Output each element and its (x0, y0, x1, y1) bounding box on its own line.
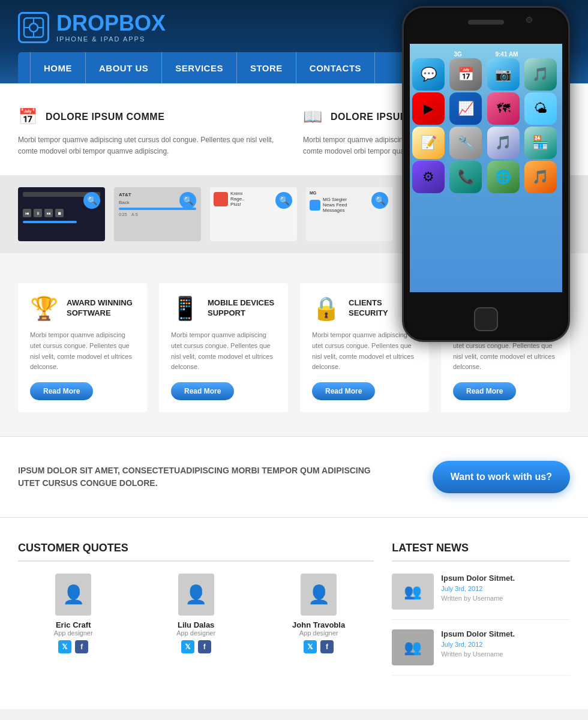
list-text-2: MG SieglerNews FeedMessages (323, 197, 347, 213)
phone-status: 3G 9:41 AM (410, 51, 562, 58)
cta-section: IPSUM DOLOR SIT AMET, CONSECTETUADIPISCI… (0, 436, 588, 518)
facebook-icon-1[interactable]: f (198, 640, 211, 653)
thumb-1[interactable]: 🔍 ⏮ ⏸ ⏭ ⏹ (18, 187, 105, 241)
service-desc-0: Morbi tempor quamve adipiscing utet curs… (30, 330, 135, 372)
read-more-btn-2[interactable]: Read More (312, 382, 375, 400)
news-headline-0[interactable]: Ipsum Dolor Sitmet. (441, 574, 515, 583)
quote-avatar-2: 👤 (301, 574, 337, 616)
logo-icon (18, 12, 49, 43)
news-date-1: July 3rd, 2012 (441, 641, 515, 648)
read-more-btn-0[interactable]: Read More (30, 382, 93, 400)
logo-part1: DROP (56, 11, 119, 35)
list-img-2 (310, 200, 320, 211)
quote-social-2: 𝕏 f (263, 640, 374, 653)
service-card-0: 🏆 AWARD WINNING SOFTWARE Morbi tempor qu… (18, 283, 147, 412)
logo-part2: BOX (119, 11, 166, 35)
phone-camera (526, 17, 532, 23)
service-icon-0: 🏆 (30, 295, 58, 322)
quote-avatar-1: 👤 (178, 574, 214, 616)
phone-area: 3G 9:41 AM 💬 📅 📷 🎵 ▶ 📈 🗺 🌤 📝 (378, 0, 588, 360)
cta-text: IPSUM DOLOR SIT AMET, CONSECTETUADIPISCI… (18, 464, 378, 490)
service-title-0: AWARD WINNING SOFTWARE (67, 298, 135, 319)
news-item-1: 👥 Ipsum Dolor Sitmet. July 3rd, 2012 Wri… (392, 629, 570, 676)
thumb-controls: ⏮ ⏸ ⏭ ⏹ (23, 209, 100, 217)
news-thumb-1: 👥 (392, 629, 434, 665)
quote-name-1: Lilu Dalas (140, 620, 251, 629)
service-card-1: 📱 MOBILE DEVICES SUPPORT Morbi tempor qu… (159, 283, 288, 412)
quote-role-2: App designer (263, 629, 374, 637)
news-headline-1[interactable]: Ipsum Dolor Sitmet. (441, 629, 515, 638)
svg-point-1 (29, 23, 38, 32)
nav-store[interactable]: STORE (237, 52, 296, 83)
nav-contacts[interactable]: CONTACTS (296, 52, 375, 83)
news-col: LATEST NEWS 👥 Ipsum Dolor Sitmet. July 3… (392, 542, 570, 685)
phone-speaker (468, 20, 504, 25)
twitter-icon-0[interactable]: 𝕏 (58, 640, 71, 653)
play-btn[interactable]: ⏸ (34, 209, 42, 217)
service-desc-1: Morbi tempor quamve adipiscing utet curs… (171, 330, 276, 372)
facebook-icon-2[interactable]: f (320, 640, 334, 653)
quote-name-0: Eric Craft (18, 620, 128, 629)
phone-home-button[interactable] (474, 307, 498, 331)
news-content-0: Ipsum Dolor Sitmet. July 3rd, 2012 Writt… (441, 574, 515, 610)
quote-social-1: 𝕏 f (140, 640, 251, 653)
phone-screen: 3G 9:41 AM 💬 📅 📷 🎵 ▶ 📈 🗺 🌤 📝 (410, 44, 562, 292)
cta-button[interactable]: Want to work with us? (433, 461, 570, 493)
nav-about[interactable]: ABOUT US (86, 52, 162, 83)
news-title: LATEST NEWS (392, 542, 570, 562)
news-date-0: July 3rd, 2012 (441, 585, 515, 592)
facebook-icon-0[interactable]: f (75, 640, 88, 653)
read-more-btn-3[interactable]: Read More (453, 382, 516, 400)
feature-col-1: 📅 DOLORE IPSUM COMME Morbi tempor quamve… (18, 107, 303, 157)
service-title-1: MOBILE DEVICES SUPPORT (208, 298, 276, 319)
stop-btn[interactable]: ⏹ (55, 209, 64, 217)
nav-services[interactable]: SERVICES (162, 52, 237, 83)
logo-text: DROPBOX IPHONE & IPAD APPS (56, 13, 166, 43)
service-icon-row-1: 📱 MOBILE DEVICES SUPPORT (171, 295, 276, 322)
list-text-1: KnimiRage..Plus! (230, 191, 245, 207)
news-item-0: 👥 Ipsum Dolor Sitmet. July 3rd, 2012 Wri… (392, 574, 570, 620)
feature-title-1: 📅 DOLORE IPSUM COMME (18, 107, 285, 126)
quote-item-1: 👤 Lilu Dalas App designer 𝕏 f (140, 574, 251, 653)
thumb-2[interactable]: 🔍 AT&T Back 0:25 A S (114, 187, 201, 241)
thumb-3[interactable]: 🔍 KnimiRage..Plus! (210, 187, 297, 241)
twitter-icon-2[interactable]: 𝕏 (304, 640, 317, 653)
logo-name: DROPBOX (56, 13, 166, 34)
service-icon-1: 📱 (171, 295, 199, 322)
phone-carrier: 3G (454, 51, 462, 58)
quote-item-2: 👤 John Travobla App designer 𝕏 f (263, 574, 374, 653)
twitter-icon-1[interactable]: 𝕏 (181, 640, 194, 653)
service-icon-2: 🔒 (312, 295, 340, 322)
feature-desc-1: Morbi tempor quamve adipiscing utet curs… (18, 134, 285, 157)
phone-mockup: 3G 9:41 AM 💬 📅 📷 🎵 ▶ 📈 🗺 🌤 📝 (402, 6, 570, 342)
quote-name-2: John Travobla (263, 620, 374, 629)
feature-icon-2: 📖 (303, 107, 322, 126)
quotes-grid: 👤 Eric Craft App designer 𝕏 f 👤 Lilu Dal… (18, 574, 374, 653)
news-content-1: Ipsum Dolor Sitmet. July 3rd, 2012 Writt… (441, 629, 515, 665)
prev-btn[interactable]: ⏮ (23, 209, 31, 217)
read-more-btn-1[interactable]: Read More (171, 382, 234, 400)
quote-social-0: 𝕏 f (18, 640, 128, 653)
news-thumb-0: 👥 (392, 574, 434, 610)
phone-time: 9:41 AM (495, 51, 518, 58)
service-icon-row-0: 🏆 AWARD WINNING SOFTWARE (30, 295, 135, 322)
feature-heading-1: DOLORE IPSUM COMME (46, 112, 164, 122)
bottom-section: CUSTOMER QUOTES 👤 Eric Craft App designe… (0, 518, 588, 709)
quote-avatar-0: 👤 (55, 574, 91, 616)
next-btn[interactable]: ⏭ (44, 209, 53, 217)
quote-role-1: App designer (140, 629, 251, 637)
quotes-col: CUSTOMER QUOTES 👤 Eric Craft App designe… (18, 542, 374, 685)
header: DROPBOX IPHONE & IPAD APPS 3G 9:41 AM 💬 … (0, 0, 588, 83)
logo-subtitle: IPHONE & IPAD APPS (56, 35, 166, 43)
quotes-title: CUSTOMER QUOTES (18, 542, 374, 562)
feature-icon-1: 📅 (18, 107, 37, 126)
quote-role-0: App designer (18, 629, 128, 637)
news-by-1: Written by Username (441, 650, 515, 658)
list-img-1 (214, 192, 228, 206)
quote-item-0: 👤 Eric Craft App designer 𝕏 f (18, 574, 128, 653)
news-by-0: Written by Username (441, 595, 515, 602)
nav-home[interactable]: HOME (30, 52, 86, 83)
